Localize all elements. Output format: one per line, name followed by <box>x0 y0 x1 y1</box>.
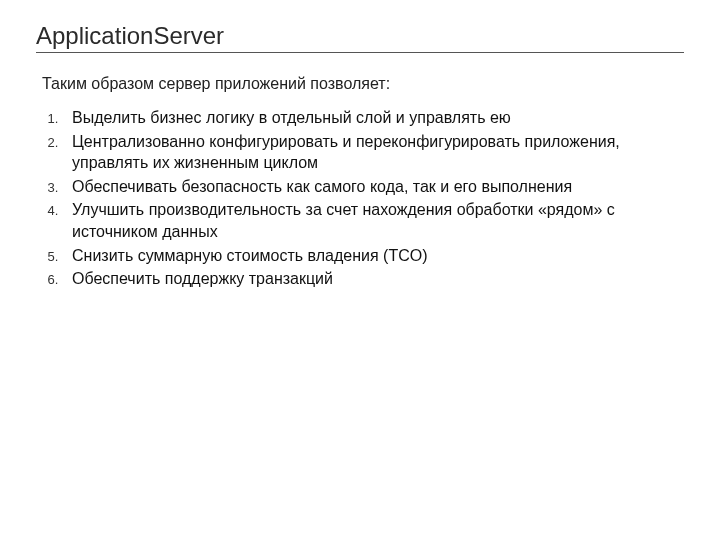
list-item: Централизованно конфигурировать и переко… <box>62 131 684 174</box>
list-item: Снизить суммарную стоимость владения (TC… <box>62 245 684 267</box>
list-item: Обеспечивать безопасность как самого код… <box>62 176 684 198</box>
intro-text: Таким образом сервер приложений позволяе… <box>42 75 684 93</box>
list-item: Улучшить производительность за счет нахо… <box>62 199 684 242</box>
list-item: Обеспечить поддержку транзакций <box>62 268 684 290</box>
list-item: Выделить бизнес логику в отдельный слой … <box>62 107 684 129</box>
page-title: ApplicationServer <box>36 22 684 53</box>
points-list: Выделить бизнес логику в отдельный слой … <box>36 107 684 290</box>
